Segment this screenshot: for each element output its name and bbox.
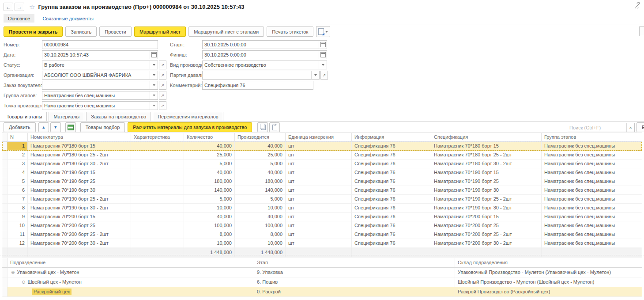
tree-collapse-icon[interactable]: ⊖ — [22, 280, 25, 285]
date-field-input[interactable] — [42, 52, 150, 57]
paste-icon — [272, 125, 277, 130]
forward-button[interactable]: → — [15, 3, 24, 11]
table-row[interactable]: 10Наматрасник 70*200 борт 25100,000100,0… — [2, 221, 642, 230]
table-row[interactable]: 12Наматрасник 70*200 борт 30 - 2шт10,000… — [2, 239, 642, 248]
calendar-button[interactable] — [150, 51, 158, 59]
calendar-button[interactable] — [319, 51, 327, 59]
create-based-on-button[interactable] — [316, 26, 330, 37]
tree-collapse-icon[interactable]: ⊖ — [11, 270, 15, 275]
tolling-batch-field-input[interactable] — [203, 72, 311, 78]
open-value-button[interactable]: ↗ — [159, 81, 166, 90]
column-header-4[interactable]: Количество — [184, 133, 235, 142]
move-up-button[interactable]: ▲ — [38, 122, 49, 132]
row-strip-cell — [2, 186, 8, 195]
status-field-row: Статус:↗ — [4, 61, 167, 69]
back-button[interactable]: ← — [4, 3, 13, 11]
open-value-button[interactable]: ↗ — [159, 101, 166, 110]
table-row[interactable]: 4Наматрасник 70*190 борт 1540,00040,000ш… — [2, 168, 642, 177]
grid-more-button[interactable]: Ещё — [636, 122, 644, 132]
calc-materials-button[interactable]: Расчитать материалы для запуска в произв… — [128, 122, 252, 132]
dropdown-button[interactable] — [150, 81, 158, 89]
stage-group-cell: Наматрасник без спец.машины — [542, 239, 642, 248]
dropdown-button[interactable] — [319, 61, 327, 69]
quantity-cell: 5,000 — [184, 195, 235, 204]
organization-field-input[interactable] — [42, 72, 150, 78]
open-value-button[interactable]: ↗ — [320, 71, 328, 80]
column-header-3[interactable]: Характеристика — [131, 133, 184, 142]
status-field-input[interactable] — [42, 62, 150, 68]
table-row[interactable]: 9Наматрасник 70*200 борт 1540,00040,000ш… — [2, 213, 642, 221]
post-button[interactable]: Провести — [99, 27, 132, 37]
write-button[interactable]: Записать — [65, 27, 97, 37]
finish-field-input[interactable] — [203, 52, 319, 57]
column-header-7[interactable]: Информация — [352, 133, 431, 142]
stages-row[interactable]: ⊖Швейный цех - Мулетон6. ПошивШвейный Пр… — [2, 277, 642, 287]
stages-column-header-3[interactable]: Склад подразделения — [455, 258, 642, 268]
column-header-1[interactable]: N — [8, 133, 28, 142]
dropdown-button[interactable] — [150, 102, 158, 110]
dropdown-button[interactable] — [150, 61, 158, 69]
column-header-6[interactable]: Единица измерения — [286, 133, 352, 142]
open-value-button[interactable]: ↗ — [159, 91, 166, 100]
goods-pick-button[interactable]: Товары подбор — [80, 122, 125, 132]
load-from-file-button[interactable] — [65, 122, 76, 132]
tab-3[interactable]: Заказы на производство — [86, 112, 151, 121]
comment-field-input[interactable] — [203, 83, 313, 88]
nav-tab-2[interactable]: Связанные документы — [38, 14, 98, 23]
route-sheet-stages-button[interactable]: Маршрутный лист с этапами — [188, 27, 264, 37]
paste-rows-button[interactable] — [269, 122, 280, 132]
copy-rows-button[interactable] — [257, 122, 268, 132]
number-field-input[interactable] — [42, 42, 158, 47]
dropdown-button[interactable] — [150, 71, 158, 79]
production-point-field-input[interactable] — [42, 103, 150, 108]
table-row[interactable]: 7Наматрасник 70*190 борт 25 - 2шт5,0005,… — [2, 195, 642, 204]
division-cell: ⊖Упаковочный цех - Мулетон — [8, 268, 254, 277]
panel-splitter[interactable] — [0, 255, 644, 255]
open-value-button[interactable]: ↗ — [159, 71, 166, 80]
nav-tab-1[interactable]: Основное — [4, 14, 34, 23]
table-row[interactable]: 2Наматрасник 70*180 борт 25 - 2шт25,0002… — [2, 151, 642, 159]
customer-order-field-input[interactable] — [42, 83, 150, 88]
search-input[interactable] — [567, 125, 626, 130]
stages-column-header-2[interactable]: Этап — [254, 258, 455, 268]
column-header-2[interactable]: Номенклатура — [28, 133, 131, 142]
dropdown-button[interactable] — [311, 71, 319, 79]
start-field-input[interactable] — [203, 42, 319, 47]
column-header-8[interactable]: Спецификация — [431, 133, 542, 142]
table-row[interactable]: 11Наматрасник 70*200 борт 25 - 2шт8,0008… — [2, 230, 642, 239]
favorite-star-icon[interactable]: ☆ — [29, 3, 35, 11]
produced-cell: 40,000 — [235, 168, 286, 177]
calendar-button[interactable] — [319, 41, 327, 49]
toolbar-more-button[interactable] — [639, 26, 644, 36]
route-sheet-button[interactable]: Маршрутный лист — [134, 27, 186, 37]
tab-4[interactable]: Перемещения материалов — [153, 112, 223, 121]
post-and-close-button[interactable]: Провести и закрыть — [4, 27, 63, 37]
chevron-down-icon — [153, 105, 155, 106]
produced-cell: 8,000 — [235, 230, 286, 239]
column-header-9[interactable]: Группа этапов — [542, 133, 642, 142]
search-clear-icon[interactable]: × — [626, 123, 634, 132]
stages-row[interactable]: ⊖Упаковочный цех - Мулетон9. УпаковкаУпа… — [2, 268, 642, 277]
open-value-button[interactable]: ↗ — [159, 61, 166, 69]
column-header-5[interactable]: Производится — [235, 133, 286, 142]
get-link-icon[interactable] — [634, 2, 641, 9]
table-row[interactable]: 3Наматрасник 70*180 борт 30 - 2шт5,0005,… — [2, 159, 642, 168]
production-kind-field-label: Вид производства: — [170, 62, 202, 68]
tab-1[interactable]: Товары и этапы — [2, 112, 47, 121]
table-row[interactable]: 8Наматрасник 70*190 борт 30 - 2шт10,0001… — [2, 204, 642, 213]
tab-2[interactable]: Материалы — [49, 112, 84, 121]
production-kind-field-input[interactable] — [203, 62, 319, 68]
table-row[interactable]: 6Наматрасник 70*190 борт 30140,000140,00… — [2, 186, 642, 195]
stages-column-header-1[interactable]: Подразделение — [8, 258, 254, 268]
table-row[interactable]: 5Наматрасник 70*190 борт 25180,000180,00… — [2, 177, 642, 186]
stage-group-field-input[interactable] — [42, 93, 150, 98]
dropdown-button[interactable] — [150, 91, 158, 99]
print-labels-button[interactable]: Печать этикеток — [267, 27, 313, 37]
move-down-button[interactable]: ▼ — [50, 122, 61, 132]
add-row-button[interactable]: Добавить — [4, 122, 36, 132]
row-number-cell: 9 — [8, 213, 28, 221]
stages-row[interactable]: Раскройный цех0. РаскройРаскрой Производ… — [2, 287, 642, 297]
table-row[interactable]: 1Наматрасник 70*180 борт 1540,00040,000ш… — [2, 142, 642, 151]
division-label: Раскройный цех — [32, 289, 72, 295]
unit-cell: шт — [286, 151, 352, 159]
